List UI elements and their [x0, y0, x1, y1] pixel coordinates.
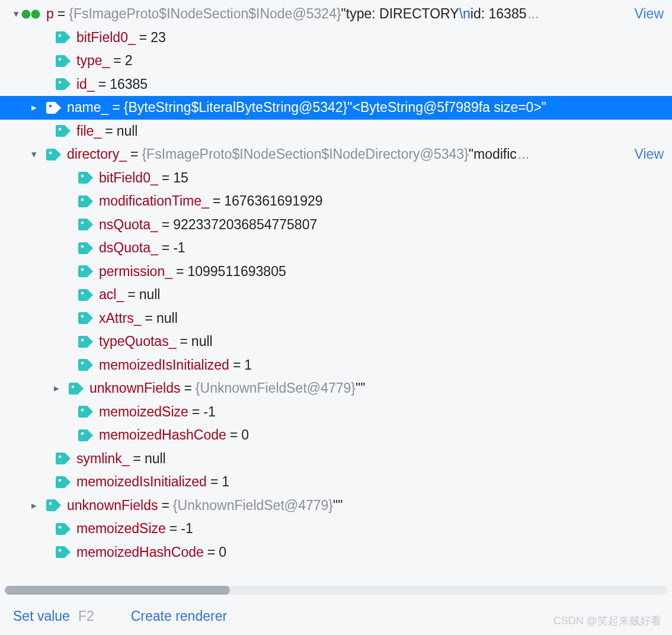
- tree-row[interactable]: bitField0_ = 23: [0, 26, 672, 50]
- view-link[interactable]: View: [635, 6, 664, 22]
- chevron-right-icon[interactable]: ▸: [51, 382, 62, 395]
- debugger-variable-tree[interactable]: ▾ p = {FsImageProto$INodeSection$INode@5…: [0, 0, 672, 564]
- tree-row[interactable]: permission_ = 1099511693805: [0, 260, 672, 284]
- tree-row[interactable]: bitField0_ = 15: [0, 166, 672, 190]
- field-tag-icon: [56, 544, 71, 560]
- field-tag-icon: [78, 428, 94, 443]
- tree-row[interactable]: nsQuota_ = 9223372036854775807: [0, 213, 672, 237]
- field-tag-icon: [56, 53, 71, 69]
- watch-icon: [21, 8, 40, 20]
- field-tag-icon: [78, 194, 94, 209]
- field-tag-icon: [78, 264, 94, 279]
- tree-row-selected[interactable]: ▸ name_ = {ByteString$LiteralByteString@…: [0, 96, 672, 120]
- chevron-right-icon[interactable]: ▸: [28, 499, 39, 512]
- field-tag-icon: [78, 240, 94, 256]
- field-tag-icon: [69, 381, 84, 396]
- tree-row[interactable]: type_ = 2: [0, 49, 672, 73]
- field-tag-icon: [56, 30, 71, 45]
- tree-row[interactable]: dsQuota_ = -1: [0, 236, 672, 260]
- field-tag-icon: [56, 521, 71, 537]
- tree-row[interactable]: typeQuotas_ = null: [0, 330, 672, 354]
- field-tag-icon: [78, 217, 94, 232]
- watermark: CSDN @笑起来贼好看: [553, 614, 661, 628]
- chevron-right-icon[interactable]: ▸: [28, 101, 39, 114]
- field-tag-icon: [46, 147, 62, 162]
- horizontal-scrollbar[interactable]: [5, 586, 667, 595]
- set-value-link[interactable]: Set value: [13, 608, 70, 624]
- scrollbar-thumb[interactable]: [5, 586, 230, 595]
- tree-row[interactable]: memoizedIsInitialized = 1: [0, 354, 672, 377]
- tree-row[interactable]: file_ = null: [0, 120, 672, 143]
- tree-row[interactable]: memoizedIsInitialized = 1: [0, 470, 672, 494]
- field-tag-icon: [78, 334, 94, 349]
- field-tag-icon: [78, 287, 94, 303]
- field-tag-icon: [78, 170, 94, 185]
- field-tag-icon: [56, 451, 71, 466]
- tree-row[interactable]: memoizedHashCode = 0: [0, 424, 672, 447]
- chevron-down-icon[interactable]: ▾: [11, 8, 21, 20]
- tree-row[interactable]: acl_ = null: [0, 283, 672, 307]
- field-tag-icon: [78, 357, 94, 373]
- tree-row[interactable]: modificationTime_ = 1676361691929: [0, 190, 672, 213]
- tree-row[interactable]: memoizedSize = -1: [0, 400, 672, 424]
- var-name: p: [46, 6, 54, 22]
- field-tag-icon: [78, 310, 94, 326]
- tree-row-root[interactable]: ▾ p = {FsImageProto$INodeSection$INode@5…: [0, 2, 672, 26]
- view-link[interactable]: View: [635, 146, 664, 162]
- tree-row[interactable]: symlink_ = null: [0, 447, 672, 471]
- tree-row[interactable]: xAttrs_ = null: [0, 307, 672, 331]
- field-tag-icon: [46, 100, 62, 116]
- tree-row[interactable]: id_ = 16385: [0, 73, 672, 97]
- tree-row[interactable]: ▸unknownFields = {UnknownFieldSet@4779} …: [0, 494, 672, 518]
- tree-row[interactable]: memoizedHashCode = 0: [0, 541, 672, 565]
- field-tag-icon: [56, 123, 71, 139]
- chevron-down-icon[interactable]: ▾: [28, 148, 39, 161]
- field-tag-icon: [46, 498, 62, 513]
- field-tag-icon: [56, 76, 71, 92]
- shortcut-label: F2: [78, 608, 94, 624]
- tree-row[interactable]: memoizedSize = -1: [0, 517, 672, 541]
- create-renderer-link[interactable]: Create renderer: [131, 608, 227, 624]
- tree-row[interactable]: ▸unknownFields = {UnknownFieldSet@4779} …: [0, 377, 672, 400]
- tree-row[interactable]: ▾ directory_ = {FsImageProto$INodeSectio…: [0, 143, 672, 166]
- field-tag-icon: [78, 404, 94, 419]
- field-tag-icon: [56, 474, 71, 490]
